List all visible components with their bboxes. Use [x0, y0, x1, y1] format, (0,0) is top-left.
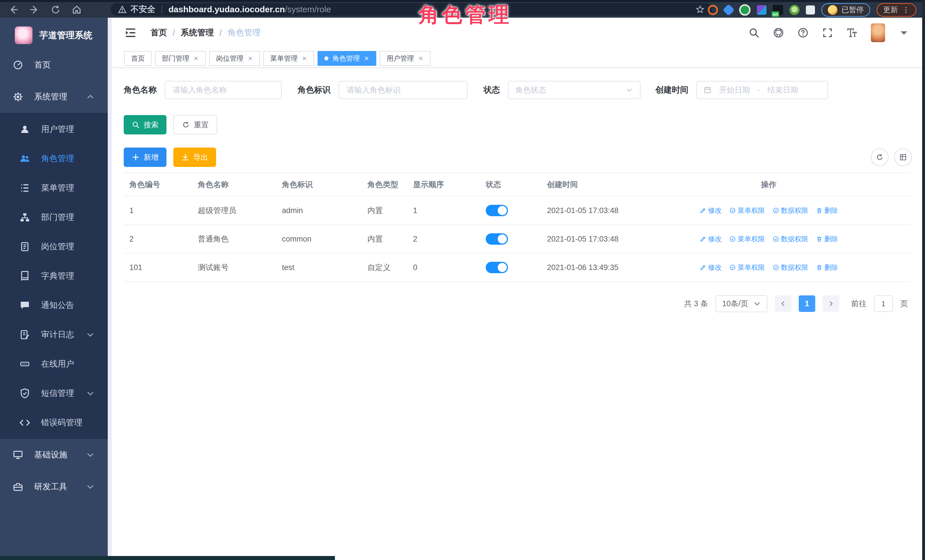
status-toggle[interactable] [486, 205, 508, 216]
close-icon[interactable] [193, 56, 199, 61]
paused-label: 已暂停 [842, 5, 864, 15]
end-date-placeholder: 结束日期 [767, 85, 798, 95]
refresh-table-button[interactable] [871, 149, 889, 166]
close-icon[interactable] [418, 56, 423, 61]
col-header-sort: 显示顺序 [413, 179, 486, 190]
close-icon[interactable] [364, 56, 369, 61]
column-settings-button[interactable] [894, 149, 912, 166]
user-avatar[interactable] [871, 23, 885, 42]
annotation-overlay-title: 角色管理 [419, 1, 512, 29]
app-title: 芋道管理系统 [39, 29, 92, 41]
next-page-button[interactable] [823, 296, 839, 312]
delete-link[interactable]: 删除 [816, 234, 838, 243]
app-logo-row[interactable]: 芋道管理系统 [0, 18, 108, 49]
export-button[interactable]: 导出 [173, 147, 216, 167]
sidebar-item-online-users[interactable]: 在线用户 [0, 349, 108, 378]
sidebar-item-infrastructure[interactable]: 基础设施 [0, 439, 108, 471]
status-label: 状态 [484, 84, 500, 96]
delete-link[interactable]: 删除 [816, 263, 838, 272]
address-bar[interactable]: 不安全 dashboard.yudao.iocoder.cn /system/r… [111, 3, 712, 16]
close-icon[interactable] [247, 56, 253, 61]
create-time-range-picker[interactable]: 开始日期 - 结束日期 [696, 81, 828, 99]
tab-role[interactable]: 角色管理 [318, 51, 376, 66]
menu-permission-link[interactable]: 菜单权限 [729, 206, 765, 215]
browser-reload-button[interactable] [48, 3, 63, 16]
edit-link[interactable]: 修改 [699, 234, 722, 243]
sidebar-item-users[interactable]: 用户管理 [0, 114, 108, 144]
sidebar-item-dict[interactable]: 字典管理 [0, 261, 108, 291]
sidebar-item-notice[interactable]: 通知公告 [0, 291, 108, 320]
tab-dept[interactable]: 部门管理 [155, 51, 206, 66]
sidebar-item-dev-tools[interactable]: 研发工具 [0, 471, 108, 503]
search-icon[interactable] [748, 27, 760, 39]
data-permission-link[interactable]: 数据权限 [773, 263, 808, 272]
browser-menu-icon[interactable] [902, 6, 910, 14]
goto-page-input[interactable] [874, 296, 893, 312]
page-size-select[interactable]: 10条/页 [716, 295, 767, 312]
sidebar-item-menus[interactable]: 菜单管理 [0, 173, 108, 203]
sidebar-item-depts[interactable]: 部门管理 [0, 203, 108, 232]
fullscreen-icon[interactable] [822, 27, 833, 39]
browser-home-button[interactable] [69, 3, 84, 16]
role-name-input[interactable] [165, 81, 282, 99]
security-warning[interactable]: 不安全 [118, 4, 155, 15]
browser-forward-button[interactable] [27, 3, 42, 16]
menu-permission-link[interactable]: 菜单权限 [729, 234, 765, 243]
browser-back-button[interactable] [6, 3, 21, 16]
bookmark-star-icon[interactable] [696, 5, 705, 14]
edit-link[interactable]: 修改 [699, 263, 722, 272]
sidebar-item-system[interactable]: 系统管理 [0, 81, 108, 113]
sidebar-item-audit-log[interactable]: 审计日志 [0, 320, 108, 349]
extension-icon-2[interactable] [723, 4, 735, 16]
extension-icon-4[interactable] [757, 5, 767, 15]
extension-icon-6[interactable] [789, 5, 800, 15]
user-icon [20, 124, 30, 135]
extensions-puzzle-icon[interactable] [806, 5, 815, 15]
browser-update-chip[interactable]: 更新 [877, 3, 916, 17]
status-toggle[interactable] [486, 233, 508, 245]
tab-post[interactable]: 岗位管理 [209, 51, 260, 66]
page-number-current[interactable]: 1 [799, 296, 815, 312]
close-icon[interactable] [301, 56, 307, 61]
reset-button[interactable]: 重置 [173, 115, 217, 134]
sidebar-item-roles[interactable]: 角色管理 [0, 144, 108, 173]
page-scrollbar[interactable] [922, 0, 925, 560]
data-permission-link[interactable]: 数据权限 [773, 234, 808, 243]
extension-icon-5[interactable] [773, 5, 783, 15]
cell-key: admin [282, 206, 368, 215]
profile-paused-chip[interactable]: 已暂停 [821, 3, 870, 17]
data-permission-link[interactable]: 数据权限 [773, 206, 808, 215]
cell-type: 内置 [368, 206, 413, 216]
tab-menu[interactable]: 菜单管理 [264, 51, 314, 66]
chevron-left-icon [780, 300, 786, 307]
sidebar-item-posts[interactable]: 岗位管理 [0, 232, 108, 261]
font-size-icon[interactable] [846, 27, 858, 39]
status-select[interactable]: 角色状态 [508, 81, 640, 99]
caret-down-icon[interactable] [898, 27, 910, 39]
extension-icon-1[interactable] [708, 5, 718, 15]
prev-page-button[interactable] [775, 296, 791, 312]
menu-permission-link[interactable]: 菜单权限 [729, 263, 765, 272]
github-icon[interactable] [773, 27, 784, 39]
delete-link[interactable]: 删除 [816, 206, 838, 215]
tab-user[interactable]: 用户管理 [380, 51, 431, 66]
sidebar-item-error-codes[interactable]: 错误码管理 [0, 408, 108, 437]
status-toggle[interactable] [486, 262, 508, 273]
shield-icon [20, 388, 30, 399]
hamburger-icon[interactable] [124, 27, 137, 39]
sidebar-item-sms[interactable]: 短信管理 [0, 378, 108, 408]
role-key-input[interactable] [339, 81, 467, 99]
extension-icon-3[interactable] [739, 4, 750, 16]
edit-link[interactable]: 修改 [699, 206, 722, 215]
sidebar-scrollbar[interactable] [108, 18, 112, 560]
add-button[interactable]: 新增 [124, 147, 166, 167]
sidebar-item-home[interactable]: 首页 [0, 49, 108, 81]
list-icon [20, 183, 30, 194]
header-actions [748, 23, 910, 42]
tab-home[interactable]: 首页 [124, 51, 152, 66]
search-button[interactable]: 搜索 [124, 115, 166, 134]
breadcrumb-section[interactable]: 系统管理 [181, 27, 214, 39]
cell-sort: 1 [413, 206, 486, 215]
help-icon[interactable] [797, 27, 809, 39]
breadcrumb-home[interactable]: 首页 [151, 27, 167, 39]
